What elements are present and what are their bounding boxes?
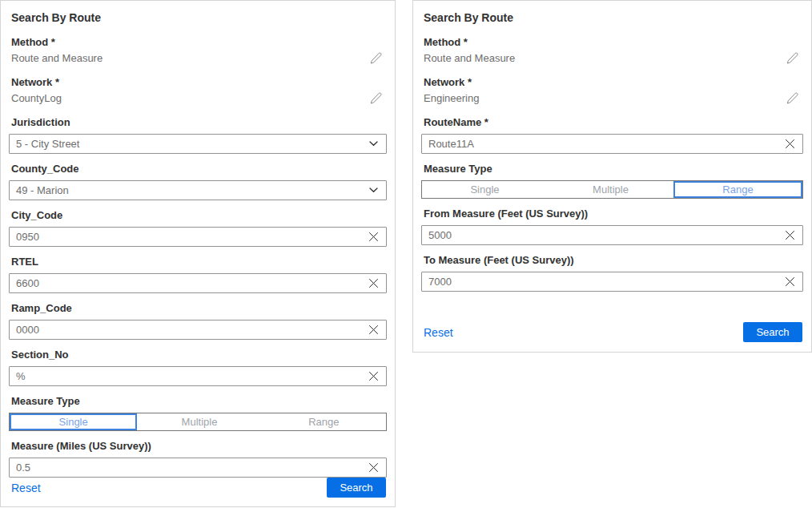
field-label-network: Network *: [424, 76, 801, 89]
field-network: CountyLog: [11, 91, 384, 105]
select-input-jurisdiction[interactable]: 5 - City Street: [9, 134, 387, 154]
text-field-ramp-code: [9, 320, 387, 340]
text-input-measure-miles-us-survey[interactable]: [10, 462, 360, 474]
page-title: Search By Route: [424, 10, 801, 25]
panel-footer: Reset Search: [9, 478, 387, 498]
text-field-city-code: [9, 227, 387, 247]
segmented-control-measure-type: SingleMultipleRange: [421, 180, 803, 199]
field-label-to-measure-feet-us-survey: To Measure (Feet (US Survey)): [424, 254, 801, 267]
segmented-option-single[interactable]: Single: [10, 413, 137, 430]
field-label-jurisdiction: Jurisdiction: [11, 116, 384, 129]
search-button[interactable]: Search: [327, 478, 386, 498]
segmented-option-multiple[interactable]: Multiple: [137, 413, 261, 430]
field-label-ramp-code: Ramp_Code: [11, 302, 384, 315]
close-icon: [368, 278, 379, 288]
clear-button[interactable]: [777, 226, 802, 244]
field-label-measure-miles-us-survey: Measure (Miles (US Survey)): [11, 440, 384, 453]
panel-footer: Reset Search: [421, 322, 803, 342]
field-label-city-code: City_Code: [11, 209, 384, 222]
select-input-county-code[interactable]: 49 - Marion: [9, 180, 387, 200]
text-field-routename: [421, 134, 803, 154]
text-field-measure-miles-us-survey: [9, 458, 387, 478]
field-label-measure-type: Measure Type: [424, 163, 801, 175]
text-field-rtel: [9, 273, 387, 293]
edit-button[interactable]: [784, 91, 801, 105]
segmented-option-single[interactable]: Single: [422, 181, 548, 198]
clear-button[interactable]: [360, 228, 386, 246]
segmented-option-range[interactable]: Range: [262, 413, 386, 430]
pencil-icon: [786, 51, 799, 65]
pencil-icon: [786, 91, 799, 105]
close-icon: [785, 139, 795, 149]
page-title: Search By Route: [11, 10, 384, 25]
fields-container: Method *Route and MeasureNetwork *Engine…: [421, 25, 803, 292]
edit-button[interactable]: [368, 51, 384, 65]
field-value: CountyLog: [11, 91, 62, 105]
close-icon: [368, 462, 379, 473]
close-icon: [368, 371, 379, 381]
field-label-county-code: County_Code: [11, 163, 384, 175]
field-label-routename: RouteName *: [424, 116, 801, 129]
chevron-down-icon: [369, 187, 378, 193]
clear-button[interactable]: [777, 272, 802, 291]
field-label-measure-type: Measure Type: [11, 395, 384, 408]
field-value: Engineering: [424, 91, 479, 105]
segmented-control-measure-type: SingleMultipleRange: [9, 413, 387, 431]
search-panel-right: Search By Route Method *Route and Measur…: [412, 0, 812, 353]
field-label-network: Network *: [11, 76, 384, 89]
field-network: Engineering: [424, 91, 801, 105]
reset-link[interactable]: Reset: [11, 482, 41, 494]
text-input-routename[interactable]: [422, 138, 777, 150]
clear-button[interactable]: [777, 135, 802, 153]
reset-link[interactable]: Reset: [424, 326, 453, 339]
pencil-icon: [369, 51, 383, 65]
clear-button[interactable]: [360, 367, 386, 385]
select-value: 5 - City Street: [16, 138, 79, 150]
text-input-from-measure-feet-us-survey[interactable]: [422, 229, 777, 241]
chevron-down-icon: [369, 141, 378, 147]
segmented-option-range[interactable]: Range: [673, 181, 802, 198]
text-field-section-no: [9, 366, 387, 386]
field-label-method: Method *: [11, 36, 384, 49]
field-label-section-no: Section_No: [11, 349, 384, 361]
field-method: Route and Measure: [424, 51, 801, 65]
edit-button[interactable]: [784, 51, 801, 65]
segmented-option-multiple[interactable]: Multiple: [548, 181, 673, 198]
pencil-icon: [369, 91, 383, 105]
field-label-method: Method *: [424, 36, 801, 49]
text-field-to-measure-feet-us-survey: [421, 272, 803, 292]
search-panel-left: Search By Route Method *Route and Measur…: [0, 0, 396, 507]
text-input-section-no[interactable]: [10, 370, 360, 382]
text-input-city-code[interactable]: [10, 231, 360, 243]
text-field-from-measure-feet-us-survey: [421, 225, 803, 245]
search-button[interactable]: Search: [743, 322, 802, 342]
text-input-ramp-code[interactable]: [10, 324, 360, 336]
field-label-rtel: RTEL: [11, 256, 384, 268]
clear-button[interactable]: [360, 321, 386, 339]
close-icon: [368, 232, 379, 242]
fields-container: Method *Route and MeasureNetwork *County…: [9, 25, 387, 478]
close-icon: [785, 276, 795, 287]
clear-button[interactable]: [360, 274, 386, 292]
field-value: Route and Measure: [424, 51, 515, 65]
text-input-to-measure-feet-us-survey[interactable]: [422, 276, 777, 288]
close-icon: [368, 325, 379, 335]
field-label-from-measure-feet-us-survey: From Measure (Feet (US Survey)): [424, 208, 801, 220]
close-icon: [785, 230, 795, 240]
clear-button[interactable]: [360, 458, 386, 477]
text-input-rtel[interactable]: [10, 277, 360, 289]
select-value: 49 - Marion: [16, 184, 69, 196]
field-value: Route and Measure: [11, 51, 103, 65]
edit-button[interactable]: [368, 91, 384, 105]
field-method: Route and Measure: [11, 51, 384, 65]
